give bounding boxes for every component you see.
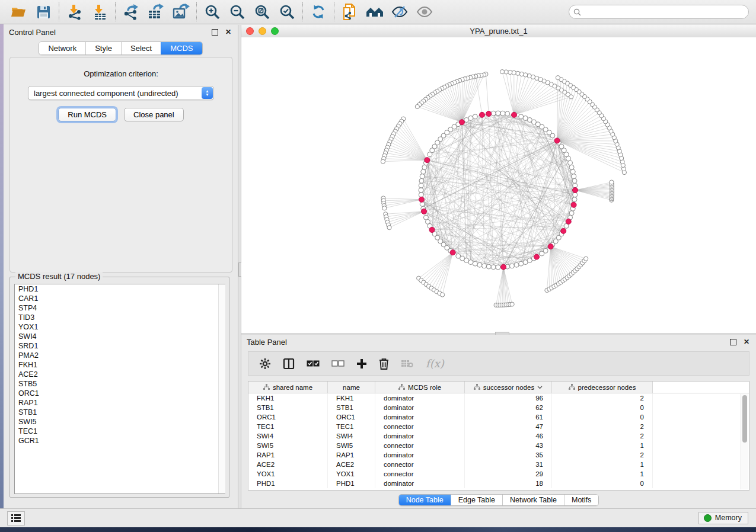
cell-filler [653, 422, 749, 431]
cell-predecessor-nodes: 0 [552, 412, 653, 422]
tab-network-table[interactable]: Network Table [502, 495, 564, 505]
open-session-icon[interactable] [6, 1, 31, 23]
search-input[interactable] [584, 7, 744, 17]
zoom-in-icon[interactable] [200, 1, 225, 23]
mcds-result-item[interactable]: TEC1 [15, 427, 225, 436]
zoom-selected-icon[interactable] [275, 1, 299, 23]
table-row[interactable]: SWI5SWI5connector431 [248, 441, 749, 450]
add-column-icon[interactable] [356, 358, 367, 369]
table-row[interactable]: TEC1TEC1connector472 [248, 422, 749, 431]
column-header-shared-name[interactable]: shared name [248, 382, 328, 393]
cell-predecessor-nodes: 1 [552, 460, 653, 469]
cell-name: TEC1 [328, 422, 375, 431]
close-panel-icon[interactable]: ✕ [742, 338, 751, 346]
memory-button[interactable]: Memory [698, 512, 748, 524]
deselect-all-icon[interactable] [331, 360, 344, 367]
tab-mcds[interactable]: MCDS [161, 42, 202, 55]
table-row[interactable]: YOX1YOX1connector291 [248, 469, 749, 479]
mcds-result-item[interactable]: ACE2 [15, 370, 225, 379]
cell-shared-name: SWI4 [248, 431, 328, 441]
mcds-result-item[interactable]: SRD1 [15, 341, 225, 351]
mcds-result-list[interactable]: PHD1CAR1STP4TID3YOX1SWI4SRD1PMA2FKH1ACE2… [14, 284, 225, 494]
mcds-result-item[interactable]: STB1 [15, 408, 225, 417]
mcds-result-item[interactable]: SWI4 [15, 332, 225, 341]
import-table-icon[interactable] [87, 1, 112, 23]
optimization-criterion-select[interactable]: largest connected component (undirected)… [28, 86, 214, 100]
node-table-header: shared name name MCDS role successor nod… [248, 382, 749, 393]
float-panel-icon[interactable] [729, 338, 737, 346]
export-network-icon[interactable] [119, 1, 143, 23]
float-panel-icon[interactable] [210, 28, 219, 36]
column-header-name[interactable]: name [328, 382, 375, 393]
hide-eye-icon[interactable] [387, 1, 412, 23]
mcds-result-scrollbar[interactable] [218, 284, 225, 493]
mcds-result-item[interactable]: STP4 [15, 303, 225, 313]
mcds-result-item[interactable]: ORC1 [15, 389, 225, 398]
close-panel-button[interactable]: Close panel [124, 108, 184, 121]
network-canvas[interactable] [241, 37, 756, 333]
houses-icon[interactable] [362, 1, 387, 23]
network-from-selection-icon[interactable] [337, 1, 362, 23]
table-row[interactable]: ORC1ORC1dominator610 [248, 412, 749, 422]
mcds-result-item[interactable]: PHD1 [15, 284, 225, 294]
table-row[interactable]: SWI4SWI4dominator462 [248, 431, 749, 441]
mcds-result-item[interactable]: TID3 [15, 313, 225, 322]
tab-select[interactable]: Select [121, 42, 161, 55]
export-table-icon[interactable] [143, 1, 168, 23]
cell-predecessor-nodes: 1 [552, 441, 653, 450]
cell-shared-name: FKH1 [248, 393, 328, 403]
apply-layout-icon[interactable] [306, 1, 331, 23]
network-graph[interactable] [241, 37, 756, 332]
column-header-mcds-role[interactable]: MCDS role [375, 382, 465, 393]
select-stepper-icon: ▲▼ [202, 87, 213, 99]
toolbar-separator [196, 2, 197, 21]
mcds-result-item[interactable]: STB5 [15, 379, 225, 389]
table-panel-title: Table Panel [247, 338, 723, 347]
mcds-result-item[interactable]: PMA2 [15, 351, 225, 360]
delete-column-icon[interactable] [379, 358, 389, 370]
tab-motifs[interactable]: Motifs [564, 495, 598, 505]
mcds-result-item[interactable]: GCR1 [15, 436, 225, 446]
zoom-out-icon[interactable] [225, 1, 250, 23]
tab-edge-table[interactable]: Edge Table [451, 495, 502, 505]
cell-filler [653, 431, 749, 441]
network-window-title: YPA_prune.txt_1 [241, 27, 756, 36]
table-row[interactable]: STB1STB1dominator620 [248, 403, 749, 412]
export-image-icon[interactable] [168, 1, 193, 23]
zoom-fit-icon[interactable] [250, 1, 275, 23]
network-window: YPA_prune.txt_1 [241, 25, 756, 333]
show-columns-icon[interactable] [283, 358, 295, 370]
table-tabbar: Node Table Edge Table Network Table Moti… [398, 494, 599, 506]
cell-filler [653, 393, 749, 403]
table-row[interactable]: PHD1PHD1dominator180 [248, 479, 749, 488]
network-titlebar[interactable]: YPA_prune.txt_1 [241, 25, 756, 38]
close-panel-icon[interactable]: ✕ [224, 28, 232, 36]
tab-node-table[interactable]: Node Table [399, 495, 451, 505]
cell-predecessor-nodes: 2 [552, 450, 653, 460]
mcds-result-item[interactable]: SWI5 [15, 417, 225, 427]
mcds-result-item[interactable]: CAR1 [15, 294, 225, 303]
scrollbar-thumb[interactable] [742, 395, 747, 443]
table-row[interactable]: FKH1FKH1dominator962 [248, 393, 749, 403]
mcds-result-item[interactable]: FKH1 [15, 360, 225, 370]
cell-mcds-role: dominator [375, 412, 465, 422]
tab-style[interactable]: Style [85, 42, 121, 55]
save-session-icon[interactable] [31, 1, 56, 23]
table-row[interactable]: RAP1RAP1dominator352 [248, 450, 749, 460]
table-row[interactable]: ACE2ACE2connector311 [248, 460, 749, 469]
memory-status-icon [704, 514, 712, 522]
mcds-result-item[interactable]: RAP1 [15, 398, 225, 408]
search-box[interactable] [569, 5, 749, 19]
cell-predecessor-nodes: 2 [552, 431, 653, 441]
mcds-result-item[interactable]: YOX1 [15, 322, 225, 332]
cell-successor-nodes: 61 [465, 412, 552, 422]
column-header-predecessor-nodes[interactable]: predecessor nodes [552, 382, 653, 393]
import-network-icon[interactable] [62, 1, 87, 23]
run-mcds-button[interactable]: Run MCDS [58, 108, 116, 121]
task-history-button[interactable] [7, 511, 25, 525]
table-scrollbar[interactable] [741, 394, 748, 489]
table-settings-gear-icon[interactable] [259, 358, 271, 370]
select-all-icon[interactable] [307, 360, 320, 367]
column-header-successor-nodes[interactable]: successor nodes [465, 382, 552, 393]
tab-network[interactable]: Network [39, 42, 85, 55]
